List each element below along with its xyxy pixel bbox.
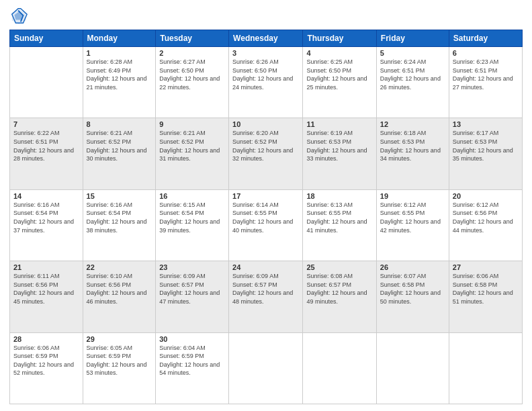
day-info: Sunrise: 6:08 AMSunset: 6:57 PMDaylight:…: [306, 272, 372, 306]
day-number: 1: [87, 49, 152, 57]
header-row: SundayMondayTuesdayWednesdayThursdayFrid…: [10, 30, 523, 47]
day-number: 13: [453, 120, 519, 128]
day-info: Sunrise: 6:06 AMSunset: 6:59 PMDaylight:…: [13, 344, 79, 377]
day-cell: 30Sunrise: 6:04 AMSunset: 6:59 PMDayligh…: [156, 332, 229, 404]
day-cell: 18Sunrise: 6:13 AMSunset: 6:55 PMDayligh…: [303, 189, 376, 261]
logo: [9, 7, 31, 26]
header: [9, 7, 523, 26]
day-cell: 27Sunrise: 6:06 AMSunset: 6:58 PMDayligh…: [449, 261, 522, 332]
day-cell: 17Sunrise: 6:14 AMSunset: 6:55 PMDayligh…: [229, 189, 303, 261]
day-info: Sunrise: 6:13 AMSunset: 6:55 PMDaylight:…: [306, 201, 372, 234]
day-cell: 21Sunrise: 6:11 AMSunset: 6:56 PMDayligh…: [10, 261, 83, 332]
day-info: Sunrise: 6:21 AMSunset: 6:52 PMDaylight:…: [159, 129, 225, 163]
day-info: Sunrise: 6:23 AMSunset: 6:51 PMDaylight:…: [453, 58, 519, 91]
day-info: Sunrise: 6:07 AMSunset: 6:58 PMDaylight:…: [380, 272, 445, 306]
column-header-sunday: Sunday: [10, 30, 83, 47]
day-cell: 16Sunrise: 6:15 AMSunset: 6:54 PMDayligh…: [156, 189, 229, 261]
day-cell: 15Sunrise: 6:16 AMSunset: 6:54 PMDayligh…: [83, 189, 156, 261]
day-cell: 19Sunrise: 6:12 AMSunset: 6:55 PMDayligh…: [376, 189, 449, 261]
day-info: Sunrise: 6:26 AMSunset: 6:50 PMDaylight:…: [232, 58, 299, 91]
day-cell: [10, 47, 83, 118]
day-cell: 1Sunrise: 6:28 AMSunset: 6:49 PMDaylight…: [83, 47, 156, 118]
day-cell: 11Sunrise: 6:19 AMSunset: 6:53 PMDayligh…: [303, 118, 376, 189]
day-info: Sunrise: 6:27 AMSunset: 6:50 PMDaylight:…: [159, 58, 225, 91]
day-cell: 13Sunrise: 6:17 AMSunset: 6:53 PMDayligh…: [449, 118, 522, 189]
column-header-friday: Friday: [376, 30, 449, 47]
day-cell: 24Sunrise: 6:09 AMSunset: 6:57 PMDayligh…: [229, 261, 303, 332]
day-number: 15: [87, 192, 152, 200]
day-cell: 22Sunrise: 6:10 AMSunset: 6:56 PMDayligh…: [83, 261, 156, 332]
day-cell: 26Sunrise: 6:07 AMSunset: 6:58 PMDayligh…: [376, 261, 449, 332]
day-number: 10: [232, 120, 299, 128]
day-number: 14: [13, 192, 79, 200]
week-row-4: 21Sunrise: 6:11 AMSunset: 6:56 PMDayligh…: [10, 261, 523, 332]
week-row-5: 28Sunrise: 6:06 AMSunset: 6:59 PMDayligh…: [10, 332, 523, 404]
day-info: Sunrise: 6:16 AMSunset: 6:54 PMDaylight:…: [13, 201, 79, 234]
day-cell: [229, 332, 303, 404]
day-cell: 2Sunrise: 6:27 AMSunset: 6:50 PMDaylight…: [156, 47, 229, 118]
day-cell: 4Sunrise: 6:25 AMSunset: 6:50 PMDaylight…: [303, 47, 376, 118]
day-number: 3: [232, 49, 299, 57]
week-row-1: 1Sunrise: 6:28 AMSunset: 6:49 PMDaylight…: [10, 47, 523, 118]
day-cell: [303, 332, 376, 404]
day-cell: 23Sunrise: 6:09 AMSunset: 6:57 PMDayligh…: [156, 261, 229, 332]
day-info: Sunrise: 6:19 AMSunset: 6:53 PMDaylight:…: [306, 129, 372, 163]
day-number: 20: [453, 192, 519, 200]
day-number: 18: [306, 192, 372, 200]
day-cell: [449, 332, 522, 404]
day-number: 2: [159, 49, 225, 57]
day-number: 12: [380, 120, 445, 128]
day-info: Sunrise: 6:20 AMSunset: 6:52 PMDaylight:…: [232, 129, 299, 163]
day-info: Sunrise: 6:12 AMSunset: 6:55 PMDaylight:…: [380, 201, 445, 234]
day-cell: 7Sunrise: 6:22 AMSunset: 6:51 PMDaylight…: [10, 118, 83, 189]
day-number: 29: [87, 335, 152, 343]
day-cell: 6Sunrise: 6:23 AMSunset: 6:51 PMDaylight…: [449, 47, 522, 118]
column-header-thursday: Thursday: [303, 30, 376, 47]
day-info: Sunrise: 6:09 AMSunset: 6:57 PMDaylight:…: [159, 272, 225, 306]
day-number: 23: [159, 263, 225, 271]
day-number: 11: [306, 120, 372, 128]
day-number: 19: [380, 192, 445, 200]
day-number: 22: [87, 263, 152, 271]
day-info: Sunrise: 6:21 AMSunset: 6:52 PMDaylight:…: [87, 129, 152, 163]
day-info: Sunrise: 6:15 AMSunset: 6:54 PMDaylight:…: [159, 201, 225, 234]
day-number: 17: [232, 192, 299, 200]
week-row-3: 14Sunrise: 6:16 AMSunset: 6:54 PMDayligh…: [10, 189, 523, 261]
day-cell: 25Sunrise: 6:08 AMSunset: 6:57 PMDayligh…: [303, 261, 376, 332]
day-number: 9: [159, 120, 225, 128]
day-cell: 5Sunrise: 6:24 AMSunset: 6:51 PMDaylight…: [376, 47, 449, 118]
day-number: 6: [453, 49, 519, 57]
day-info: Sunrise: 6:16 AMSunset: 6:54 PMDaylight:…: [87, 201, 152, 234]
day-cell: 29Sunrise: 6:05 AMSunset: 6:59 PMDayligh…: [83, 332, 156, 404]
day-number: 7: [13, 120, 79, 128]
day-info: Sunrise: 6:10 AMSunset: 6:56 PMDaylight:…: [87, 272, 152, 306]
day-info: Sunrise: 6:17 AMSunset: 6:53 PMDaylight:…: [453, 129, 519, 163]
day-info: Sunrise: 6:09 AMSunset: 6:57 PMDaylight:…: [232, 272, 299, 306]
day-cell: 3Sunrise: 6:26 AMSunset: 6:50 PMDaylight…: [229, 47, 303, 118]
column-header-wednesday: Wednesday: [229, 30, 303, 47]
day-number: 5: [380, 49, 445, 57]
day-cell: [376, 332, 449, 404]
page: SundayMondayTuesdayWednesdayThursdayFrid…: [0, 0, 532, 411]
day-info: Sunrise: 6:25 AMSunset: 6:50 PMDaylight:…: [306, 58, 372, 91]
day-number: 30: [159, 335, 225, 343]
day-cell: 12Sunrise: 6:18 AMSunset: 6:53 PMDayligh…: [376, 118, 449, 189]
day-number: 28: [13, 335, 79, 343]
day-info: Sunrise: 6:28 AMSunset: 6:49 PMDaylight:…: [87, 58, 152, 91]
day-info: Sunrise: 6:05 AMSunset: 6:59 PMDaylight:…: [87, 344, 152, 377]
day-cell: 8Sunrise: 6:21 AMSunset: 6:52 PMDaylight…: [83, 118, 156, 189]
day-number: 26: [380, 263, 445, 271]
day-info: Sunrise: 6:12 AMSunset: 6:56 PMDaylight:…: [453, 201, 519, 234]
day-info: Sunrise: 6:22 AMSunset: 6:51 PMDaylight:…: [13, 129, 79, 163]
day-number: 4: [306, 49, 372, 57]
day-cell: 20Sunrise: 6:12 AMSunset: 6:56 PMDayligh…: [449, 189, 522, 261]
day-number: 25: [306, 263, 372, 271]
day-info: Sunrise: 6:11 AMSunset: 6:56 PMDaylight:…: [13, 272, 79, 306]
day-info: Sunrise: 6:18 AMSunset: 6:53 PMDaylight:…: [380, 129, 445, 163]
column-header-saturday: Saturday: [449, 30, 522, 47]
day-number: 24: [232, 263, 299, 271]
day-info: Sunrise: 6:06 AMSunset: 6:58 PMDaylight:…: [453, 272, 519, 306]
day-number: 21: [13, 263, 79, 271]
day-cell: 28Sunrise: 6:06 AMSunset: 6:59 PMDayligh…: [10, 332, 83, 404]
logo-icon: [9, 7, 28, 26]
